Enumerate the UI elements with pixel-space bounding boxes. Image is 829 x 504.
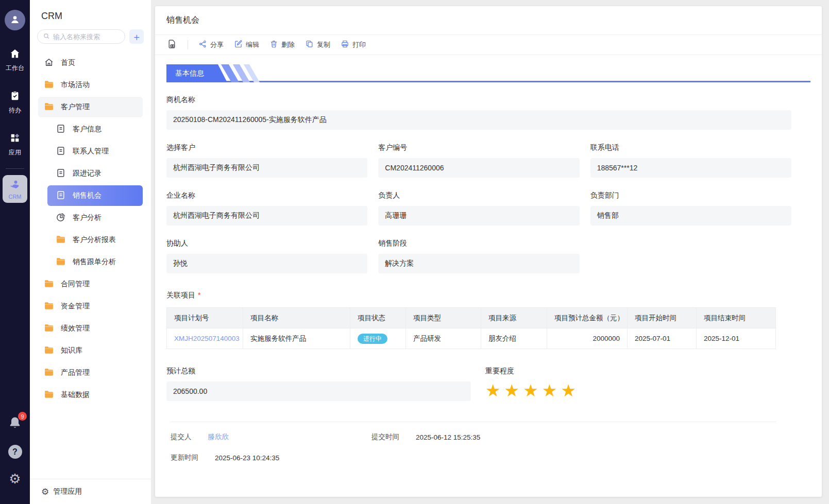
submitter-link[interactable]: 滕欣欣	[208, 432, 229, 442]
share-button[interactable]: 分享	[198, 40, 224, 50]
field-importance: 重要程度 ★ ★ ★ ★ ★	[485, 367, 576, 400]
field-label: 商机名称	[166, 95, 791, 105]
field-label: 选择客户	[166, 143, 367, 152]
sidebar-item-label: 销售机会	[73, 191, 101, 200]
field-label: 负责人	[378, 191, 579, 200]
field-opportunity-name: 商机名称 20250108-CM202411260005-实施服务软件产品	[166, 95, 791, 130]
preview-button[interactable]	[166, 39, 177, 51]
project-start-cell: 2025-07-01	[628, 328, 697, 349]
sidebar-item-label: 市场活动	[61, 80, 90, 90]
trash-icon	[269, 40, 278, 50]
sidebar-item-label: 销售跟单分析	[73, 257, 116, 267]
sidebar-item-follow-up-records[interactable]: 跟进记录	[38, 163, 143, 184]
notifications-button[interactable]: 9	[8, 415, 22, 431]
field-customer-no: 客户编号 CM202411260006	[378, 143, 579, 178]
sidebar-item-customer-analysis[interactable]: 客户分析	[38, 207, 143, 228]
copy-label: 复制	[317, 40, 330, 49]
sidebar-item-funds-management[interactable]: 资金管理	[38, 296, 143, 317]
section-title: 基本信息	[175, 69, 204, 78]
project-plan-link[interactable]: XMJH202507140003	[174, 335, 240, 342]
settings-button[interactable]: ⚙	[9, 472, 21, 485]
help-button[interactable]: ?	[8, 445, 22, 459]
edit-icon	[234, 40, 243, 50]
table-header-row: 项目计划号 项目名称 项目状态 项目类型 项目来源 项目预计总金额（元） 项目开…	[167, 308, 776, 328]
search-icon	[43, 32, 50, 41]
field-company: 企业名称 杭州西湖电子商务有限公司	[166, 191, 367, 225]
col-end: 项目结束时间	[697, 308, 776, 328]
sidebar-item-label: 跟进记录	[73, 169, 101, 178]
sidebar-item-label: 客户分析报表	[73, 235, 116, 245]
sidebar-item-product-management[interactable]: 产品管理	[38, 362, 143, 383]
search-box[interactable]	[37, 29, 125, 44]
left-rail: 工作台 待办 应用 CRM 9	[0, 0, 30, 504]
col-start: 项目开始时间	[628, 308, 697, 328]
field-owner: 负责人 高珊珊	[378, 191, 579, 225]
crm-icon	[9, 179, 21, 193]
delete-label: 删除	[281, 40, 295, 49]
folder-icon	[44, 79, 54, 91]
user-avatar[interactable]	[5, 10, 25, 30]
sidebar-item-market-activity[interactable]: 市场活动	[38, 75, 143, 95]
edit-label: 编辑	[246, 40, 259, 49]
search-input[interactable]	[53, 33, 120, 41]
sidebar-item-label: 首页	[61, 58, 75, 67]
bell-icon	[8, 423, 22, 431]
project-amount-cell: 2000000	[547, 328, 628, 349]
main-content: 销售机会 分享 编辑 删	[151, 0, 829, 504]
manage-app-label: 管理应用	[53, 487, 82, 496]
rail-item-workbench[interactable]: 工作台	[6, 48, 24, 73]
add-button[interactable]: ＋	[129, 29, 144, 44]
sidebar-item-knowledge-base[interactable]: 知识库	[38, 340, 143, 361]
print-button[interactable]: 打印	[341, 40, 366, 50]
star-icon: ★	[485, 381, 501, 400]
field-phone: 联系电话 188567***12	[590, 143, 791, 178]
section-title-chip: 基本信息	[166, 64, 227, 82]
document-eye-icon	[166, 39, 177, 51]
sidebar-item-customer-info[interactable]: 客户信息	[38, 119, 143, 140]
sidebar-item-label: 合同管理	[61, 280, 90, 289]
edit-button[interactable]: 编辑	[234, 40, 259, 50]
folder-icon	[44, 389, 54, 401]
folder-icon	[44, 323, 54, 335]
sidebar-item-sales-tracking-analysis[interactable]: 销售跟单分析	[38, 252, 143, 272]
star-icon: ★	[523, 381, 538, 400]
field-label: 客户编号	[378, 143, 579, 152]
sidebar-item-customer-management[interactable]: 客户管理	[38, 97, 143, 117]
folder-icon	[44, 279, 54, 290]
delete-button[interactable]: 删除	[269, 40, 295, 50]
col-plan-no: 项目计划号	[167, 308, 243, 328]
field-assistant: 协助人 孙悦	[166, 239, 367, 273]
sidebar-item-home[interactable]: 首页	[38, 53, 143, 73]
field-stage: 销售阶段 解决方案	[378, 239, 579, 273]
section-basic-info: 基本信息	[166, 64, 810, 82]
col-type: 项目类型	[406, 308, 481, 328]
sidebar-item-contract-management[interactable]: 合同管理	[38, 274, 143, 294]
rail-item-label: 工作台	[6, 64, 24, 73]
notification-badge: 9	[18, 412, 27, 421]
sidebar-title: CRM	[30, 0, 151, 22]
manage-app-button[interactable]: ⚙ 管理应用	[30, 479, 151, 504]
department-value: 销售部	[590, 206, 791, 225]
sidebar-item-label: 绩效管理	[61, 324, 90, 333]
submit-time-label: 提交时间	[371, 432, 399, 442]
folder-icon	[44, 101, 54, 113]
rail-item-todo[interactable]: 待办	[9, 90, 21, 115]
share-icon	[198, 40, 207, 50]
required-asterisk: *	[198, 291, 200, 299]
share-label: 分享	[210, 40, 224, 49]
rail-item-label: 待办	[9, 106, 21, 115]
rail-item-crm-active[interactable]: CRM	[3, 175, 27, 203]
copy-button[interactable]: 复制	[305, 40, 330, 50]
sidebar-item-label: 知识库	[61, 346, 82, 355]
sidebar-search-row: ＋	[37, 29, 144, 44]
sidebar-item-contact-management[interactable]: 联系人管理	[38, 141, 143, 162]
sidebar-item-sales-opportunity-selected[interactable]: 销售机会	[47, 185, 143, 206]
sidebar-item-customer-analysis-report[interactable]: 客户分析报表	[38, 230, 143, 250]
field-label: 协助人	[166, 239, 367, 248]
sidebar-item-performance-management[interactable]: 绩效管理	[38, 318, 143, 339]
company-value: 杭州西湖电子商务有限公司	[166, 206, 367, 225]
customer-value: 杭州西湖电子商务有限公司	[166, 158, 367, 178]
page-header: 销售机会	[155, 6, 822, 35]
rail-item-apps[interactable]: 应用	[9, 132, 21, 157]
sidebar-item-base-data[interactable]: 基础数据	[38, 385, 143, 405]
